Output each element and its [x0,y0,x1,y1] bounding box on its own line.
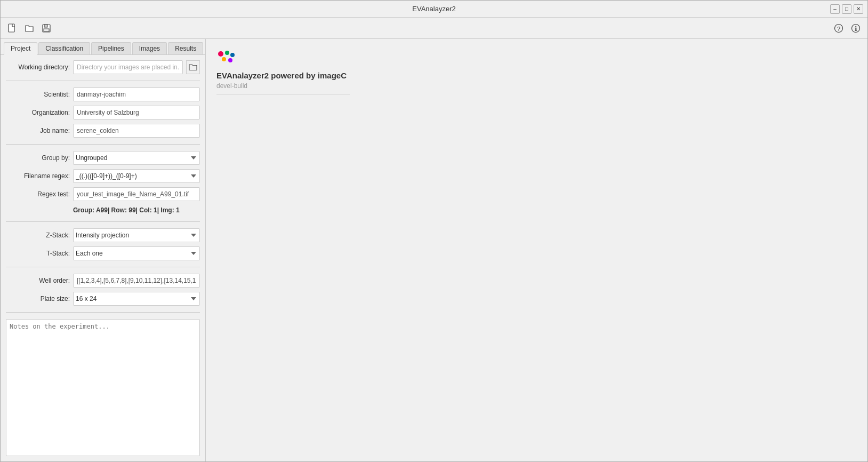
working-directory-row: Working directory: [6,60,200,74]
app-info: EVAnalayzer2 powered by imageC devel-bui… [216,50,857,94]
working-directory-label: Working directory: [6,63,70,71]
filename-regex-row: Filename regex: _((.)(([0-9]+))_([0-9]+)… [6,169,200,183]
working-directory-input[interactable] [73,60,183,74]
group-by-select[interactable]: Ungrouped By group By row By col [73,151,200,165]
plate-size-select[interactable]: 16 x 24 8 x 12 4 x 6 [73,292,200,306]
svg-point-11 [222,57,226,61]
group-info-row: Group: A99| Row: 99| Col: 1| Img: 1 [6,205,200,215]
separator-4 [6,267,200,267]
svg-point-10 [230,53,235,57]
filename-regex-label: Filename regex: [6,172,70,180]
tab-images[interactable]: Images [132,42,167,54]
app-subtitle: devel-build [216,82,857,90]
svg-rect-2 [44,25,47,27]
regex-test-input[interactable] [73,187,200,201]
right-panel: EVAnalayzer2 powered by imageC devel-bui… [206,39,867,461]
job-name-label: Job name: [6,127,70,134]
help-button[interactable]: ? [831,21,846,36]
project-form: Working directory: Scientist: [1,55,205,461]
toolbar: ? ℹ [1,18,867,39]
svg-text:?: ? [837,25,840,31]
regex-test-row: Regex test: [6,187,200,201]
group-info: Group: A99| Row: 99| Col: 1| Img: 1 [73,205,180,215]
minimize-button[interactable]: – [830,4,840,14]
left-panel: Project Classification Pipelines Images … [1,39,206,461]
regex-test-label: Regex test: [6,190,70,198]
app-title: EVAnalayzer2 powered by imageC [216,71,857,80]
organization-input[interactable] [73,106,200,120]
svg-rect-3 [44,29,49,31]
separator-1 [6,81,200,81]
separator-5 [6,312,200,313]
zstack-label: Z-Stack: [6,232,70,239]
group-info-text: Group: A99| Row: 99| Col: 1| Img: 1 [73,206,180,214]
scientist-input[interactable] [73,87,200,101]
save-button[interactable] [39,21,54,36]
separator-2 [6,144,200,145]
svg-rect-0 [9,24,14,32]
well-order-row: Well order: [6,274,200,288]
well-order-label: Well order: [6,277,70,284]
group-by-row: Group by: Ungrouped By group By row By c… [6,151,200,165]
main-window: EVAnalayzer2 – □ ✕ [0,0,868,462]
open-button[interactable] [22,21,37,36]
filename-regex-select[interactable]: _((.)(([0-9]+))_([0-9]+) Custom [73,169,200,183]
scientist-row: Scientist: [6,87,200,101]
tstack-label: T-Stack: [6,250,70,257]
zstack-row: Z-Stack: Intensity projection Each one N… [6,228,200,242]
close-button[interactable]: ✕ [854,4,863,14]
svg-point-8 [218,51,223,57]
tab-project[interactable]: Project [4,42,37,55]
separator-3 [6,221,200,222]
group-by-label: Group by: [6,154,70,162]
window-controls: – □ ✕ [830,4,863,14]
tab-results[interactable]: Results [168,42,203,54]
main-content: Project Classification Pipelines Images … [1,39,867,461]
svg-point-9 [225,51,229,55]
info-button[interactable]: ℹ [848,21,863,36]
job-name-input[interactable] [73,124,200,138]
plate-size-row: Plate size: 16 x 24 8 x 12 4 x 6 [6,292,200,306]
window-title: EVAnalayzer2 [412,5,455,13]
job-name-row: Job name: [6,124,200,138]
tab-bar: Project Classification Pipelines Images … [1,39,205,55]
well-order-input[interactable] [73,274,200,288]
title-bar: EVAnalayzer2 – □ ✕ [1,1,867,18]
tstack-row: T-Stack: Each one None All [6,246,200,260]
organization-row: Organization: [6,106,200,120]
tab-pipelines[interactable]: Pipelines [91,42,131,54]
organization-label: Organization: [6,109,70,116]
app-divider [216,94,350,94]
svg-point-12 [228,58,232,62]
tab-classification[interactable]: Classification [38,42,90,54]
tstack-select[interactable]: Each one None All [73,246,200,260]
toolbar-right: ? ℹ [831,21,863,36]
notes-textarea[interactable] [6,319,200,456]
app-logo [216,50,238,66]
svg-text:ℹ: ℹ [855,25,857,32]
browse-folder-button[interactable] [186,60,200,74]
maximize-button[interactable]: □ [842,4,851,14]
plate-size-label: Plate size: [6,295,70,302]
new-button[interactable] [5,21,20,36]
zstack-select[interactable]: Intensity projection Each one None [73,228,200,242]
scientist-label: Scientist: [6,91,70,98]
